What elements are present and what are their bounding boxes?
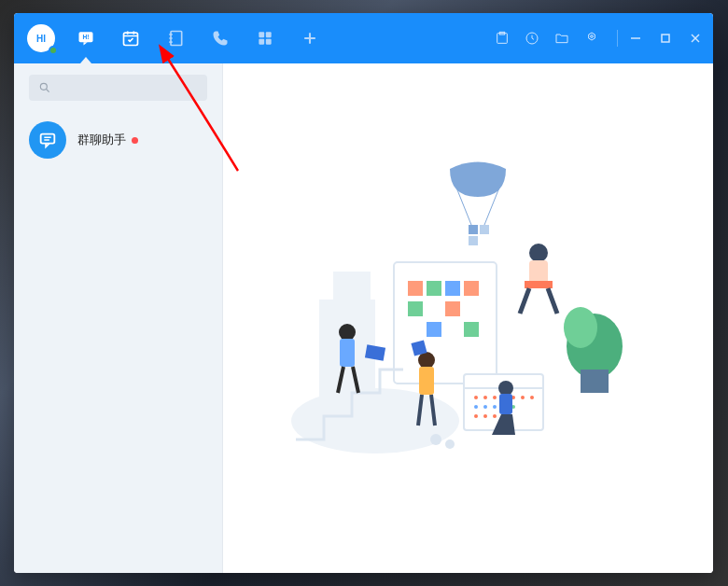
tab-calendar[interactable] — [120, 28, 141, 49]
tab-add[interactable] — [300, 28, 320, 49]
tab-chat[interactable]: H! — [76, 28, 96, 49]
screenshot-icon — [495, 31, 510, 46]
apps-grid-icon — [256, 29, 274, 48]
empty-state-illustration — [282, 160, 655, 477]
svg-point-63 — [493, 396, 497, 399]
notes-icon — [166, 29, 185, 48]
maximize-button[interactable] — [657, 30, 674, 47]
plus-icon — [301, 29, 319, 48]
search-wrap — [14, 63, 222, 112]
desktop-background: HI H! — [0, 0, 728, 586]
window-controls — [627, 30, 704, 47]
svg-rect-10 — [259, 32, 264, 37]
main-pane — [223, 63, 713, 573]
svg-rect-12 — [259, 39, 264, 45]
svg-point-47 — [529, 244, 548, 262]
folder-icon — [554, 31, 569, 46]
group-chat-icon — [37, 130, 58, 150]
conversation-item[interactable]: 群聊助手 — [14, 112, 222, 168]
svg-point-61 — [474, 396, 478, 399]
svg-text:H!: H! — [82, 34, 89, 40]
nav-tabs: H! — [76, 28, 320, 49]
svg-point-77 — [498, 381, 513, 396]
conversation-avatar — [29, 121, 66, 159]
svg-rect-40 — [427, 281, 441, 296]
svg-point-66 — [521, 396, 525, 399]
search-icon — [38, 81, 51, 94]
svg-point-25 — [40, 83, 47, 90]
history-button[interactable] — [524, 30, 540, 47]
gear-icon — [584, 31, 599, 46]
calendar-icon — [121, 29, 140, 48]
maximize-icon — [659, 32, 672, 45]
svg-rect-44 — [445, 301, 460, 316]
svg-point-68 — [474, 405, 478, 409]
svg-point-73 — [474, 414, 478, 418]
chat-icon: H! — [77, 29, 95, 48]
header-utility-icons — [494, 30, 622, 47]
svg-rect-6 — [171, 32, 182, 46]
status-indicator — [49, 46, 58, 55]
svg-point-51 — [564, 307, 597, 348]
svg-point-20 — [591, 35, 594, 38]
minimize-button[interactable] — [627, 30, 644, 47]
svg-point-62 — [483, 396, 487, 399]
tab-notes[interactable] — [165, 28, 186, 49]
svg-rect-22 — [662, 35, 669, 42]
svg-point-53 — [339, 324, 356, 341]
svg-rect-43 — [408, 301, 423, 316]
svg-point-67 — [530, 396, 534, 399]
svg-rect-78 — [499, 394, 512, 414]
svg-rect-49 — [525, 281, 553, 288]
svg-point-75 — [493, 414, 497, 418]
sidebar: 群聊助手 — [14, 63, 223, 573]
svg-rect-37 — [469, 236, 478, 245]
close-icon — [689, 32, 702, 45]
svg-rect-13 — [266, 39, 272, 45]
files-button[interactable] — [553, 30, 570, 47]
svg-rect-54 — [340, 339, 355, 367]
search-input[interactable] — [57, 81, 198, 94]
svg-line-26 — [47, 90, 49, 92]
svg-point-69 — [483, 405, 487, 409]
tab-apps[interactable] — [255, 28, 275, 49]
svg-point-70 — [493, 405, 497, 409]
body: 群聊助手 — [14, 63, 713, 573]
minimize-icon — [629, 32, 642, 45]
title-bar: HI H! — [14, 13, 713, 63]
svg-point-74 — [483, 414, 487, 418]
close-button[interactable] — [687, 30, 704, 47]
conversation-title: 群聊助手 — [77, 132, 126, 148]
svg-point-80 — [445, 440, 455, 449]
svg-rect-45 — [427, 322, 441, 337]
conversation-list: 群聊助手 — [14, 112, 222, 573]
svg-rect-27 — [41, 134, 55, 144]
phone-icon — [211, 29, 230, 48]
clock-icon — [525, 31, 539, 46]
user-avatar[interactable]: HI — [27, 24, 55, 52]
tab-phone[interactable] — [210, 28, 231, 49]
svg-rect-52 — [581, 370, 609, 393]
svg-rect-41 — [445, 281, 460, 296]
svg-rect-42 — [464, 281, 479, 296]
separator — [617, 30, 618, 47]
conversation-title-wrap: 群聊助手 — [77, 132, 138, 148]
svg-rect-57 — [419, 367, 434, 395]
unread-indicator — [132, 137, 138, 144]
svg-rect-32 — [333, 272, 371, 309]
search-box[interactable] — [29, 75, 207, 101]
svg-rect-35 — [469, 225, 478, 234]
app-window: HI H! — [14, 13, 713, 573]
svg-point-79 — [430, 434, 441, 445]
svg-rect-46 — [464, 322, 479, 337]
svg-rect-11 — [266, 32, 272, 37]
svg-rect-2 — [124, 33, 138, 45]
settings-button[interactable] — [583, 30, 600, 47]
svg-rect-38 — [394, 262, 497, 384]
svg-rect-36 — [480, 225, 489, 234]
screenshot-button[interactable] — [494, 30, 511, 47]
svg-marker-19 — [589, 33, 595, 40]
svg-rect-39 — [408, 281, 423, 296]
